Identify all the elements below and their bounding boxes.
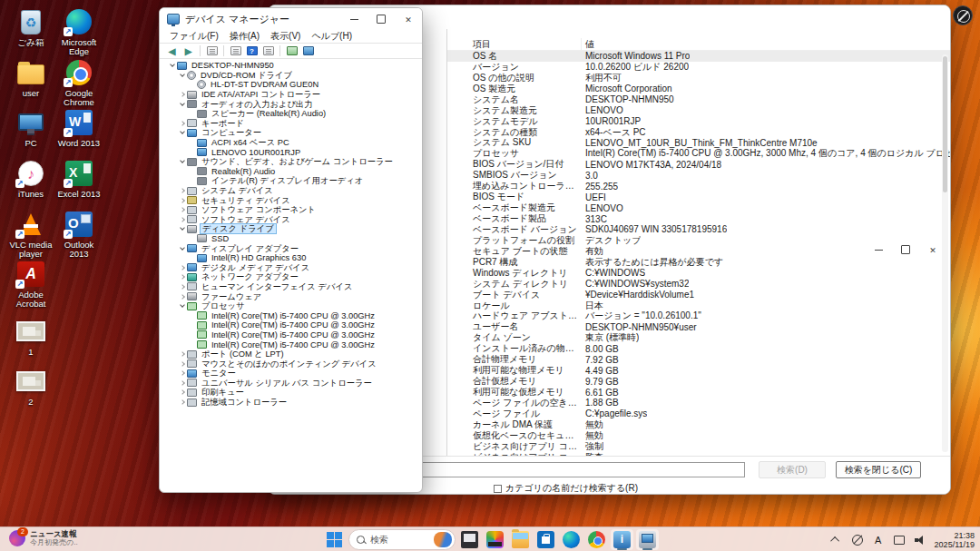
tree-item[interactable]: ファームウェア [160,291,422,301]
tree-expander-icon[interactable] [177,248,187,250]
tree-item[interactable]: マウスとそのほかのポインティング デバイス [160,359,422,369]
menu-ヘルプ[interactable]: ヘルプ(H) [307,30,357,43]
list-view-icon[interactable] [263,46,274,55]
devmgr-maximize-button[interactable] [368,8,395,30]
tree-item[interactable]: スピーカー (Realtek(R) Audio) [160,109,422,119]
taskbar-app-msinfo[interactable] [611,529,633,550]
close-search-button[interactable]: 検索を閉じる(C) [836,461,921,478]
no-internet-icon[interactable] [851,533,864,547]
tree-item[interactable]: 印刷キュー [160,388,422,398]
tree-expander-icon[interactable] [177,381,187,385]
blocked-circle-icon[interactable] [953,5,973,25]
tree-expander-icon[interactable] [177,122,187,125]
sysinfo-scrollbar[interactable] [942,54,948,452]
export-icon[interactable] [207,46,218,55]
search-highlight-image[interactable] [434,532,452,547]
desktop-icon-adobe-acrobat[interactable]: ↗Adobe Acrobat [5,260,56,309]
speaker-icon[interactable] [914,533,926,547]
tree-item[interactable]: ヒューマン インターフェイス デバイス [160,282,422,292]
category-search-checkbox[interactable]: カテゴリの名前だけ検索する(R) [494,482,638,495]
tree-expander-icon[interactable] [177,371,187,375]
tree-item[interactable]: DVD/CD-ROM ドライブ [160,71,422,81]
tree-item[interactable]: プロセッサ [160,301,422,311]
tree-item[interactable]: HL-DT-ST DVDRAM GUE0N [160,80,422,90]
tree-item[interactable]: デジタル メディア デバイス [160,262,422,272]
tree-item[interactable]: システム デバイス [160,186,422,196]
tree-item[interactable]: サウンド、ビデオ、およびゲーム コントローラー [160,157,422,167]
scan-hardware-icon[interactable] [287,46,298,55]
forward-icon[interactable]: ▶ [181,45,195,57]
back-icon[interactable]: ◀ [165,45,179,57]
checkbox-box[interactable] [494,485,502,493]
tree-item[interactable]: セキュリティ デバイス [160,195,422,205]
taskbar-app-photos[interactable] [484,529,506,550]
tree-item[interactable]: Intel(R) Core(TM) i5-7400 CPU @ 3.00GHz [160,339,422,349]
tree-item[interactable]: キーボード [160,119,422,129]
tree-expander-icon[interactable] [177,228,187,230]
desktop-icon-user[interactable]: user [5,58,56,98]
tree-expander-icon[interactable] [177,189,187,192]
column-header-item[interactable]: 項目 [447,38,582,50]
column-header-value[interactable]: 値 [582,38,594,50]
tray-overflow-chevron-icon[interactable] [830,533,843,547]
tree-expander-icon[interactable] [177,305,187,307]
tree-item[interactable]: ディスク ドライブ [160,224,422,234]
desktop-icon-pc[interactable]: PC [5,108,56,148]
tree-expander-icon[interactable] [177,266,187,270]
tree-item[interactable]: ポート (COM と LPT) [160,349,422,359]
tree-expander-icon[interactable] [177,295,187,299]
tree-expander-icon[interactable] [177,362,187,366]
tree-item[interactable]: ネットワーク アダプター [160,272,422,282]
desktop-icon-google-chrome[interactable]: ↗Google Chrome [54,58,104,107]
tree-expander-icon[interactable] [177,275,187,279]
taskbar-app-store[interactable] [534,529,557,550]
desktop-icon-outlook-2013[interactable]: ↗Outlook 2013 [54,210,104,259]
tree-expander-icon[interactable] [177,199,187,202]
search-button[interactable]: 検索(D) [759,461,826,478]
tree-item[interactable]: LENOVO 10UR001RJP [160,147,422,157]
desktop-icon-vlc-media-player[interactable]: ↗VLC media player [5,210,56,259]
taskbar-app-chrome[interactable] [585,529,608,550]
tree-item[interactable]: Intel(R) Core(TM) i5-7400 CPU @ 3.00GHz [160,310,422,320]
display-icon[interactable] [893,533,906,547]
tree-item[interactable]: 記憶域コントローラー [160,398,422,408]
desktop-icon-2[interactable]: 2 [5,367,56,407]
tree-expander-icon[interactable] [177,132,187,133]
help-icon[interactable]: ? [247,46,258,55]
tree-item[interactable]: Intel(R) HD Graphics 630 [160,253,422,263]
taskbar-clock[interactable]: 21:38 2025/11/19 [935,531,976,549]
desktop-icon-word-2013[interactable]: ↗Word 2013 [54,108,104,148]
taskbar-app-devmgr[interactable] [636,529,659,550]
desktop-icon-excel-2013[interactable]: ↗Excel 2013 [54,159,104,199]
tree-expander-icon[interactable] [177,161,187,162]
desktop-icon--[interactable]: ごみ箱 [5,7,56,47]
tree-item[interactable]: オーディオの入力および出力 [160,99,422,109]
tree-expander-icon[interactable] [177,93,187,96]
devmgr-minimize-button[interactable] [340,8,368,30]
tree-item[interactable]: DESKTOP-NHMN950 [160,61,422,71]
update-driver-icon[interactable] [303,46,314,55]
devmgr-titlebar[interactable]: デバイス マネージャー [160,8,422,30]
desktop-icon-1[interactable]: 1 [5,317,56,357]
tree-item[interactable]: Intel(R) Core(TM) i5-7400 CPU @ 3.00GHz [160,320,422,330]
tree-item[interactable]: ACPI x64 ベース PC [160,138,422,148]
tree-item[interactable]: ソフトウェア コンポーネント [160,205,422,215]
tree-expander-icon[interactable] [167,64,177,66]
ime-indicator[interactable]: A [872,533,885,547]
tree-item[interactable]: コンピューター [160,128,422,138]
tree-expander-icon[interactable] [177,218,187,221]
tree-expander-icon[interactable] [177,400,187,404]
tree-item[interactable]: SSD [160,234,422,244]
tree-expander-icon[interactable] [177,103,187,105]
properties-icon[interactable] [230,46,241,55]
desktop-icon-itunes[interactable]: ↗iTunes [5,159,56,199]
tree-item[interactable]: IDE ATA/ATAPI コントローラー [160,90,422,100]
menu-ファイル[interactable]: ファイル(F) [165,30,223,43]
taskbar-app-desktop-app[interactable] [458,529,481,550]
widgets-button[interactable]: ニュース速報 今月初発売の.. [4,529,83,547]
taskbar-app-edge[interactable] [560,529,583,550]
tree-item[interactable]: インテル(R) ディスプレイ用オーディオ [160,176,422,186]
tree-item[interactable]: Realtek(R) Audio [160,167,422,177]
tree-expander-icon[interactable] [177,208,187,212]
tree-expander-icon[interactable] [177,74,187,76]
